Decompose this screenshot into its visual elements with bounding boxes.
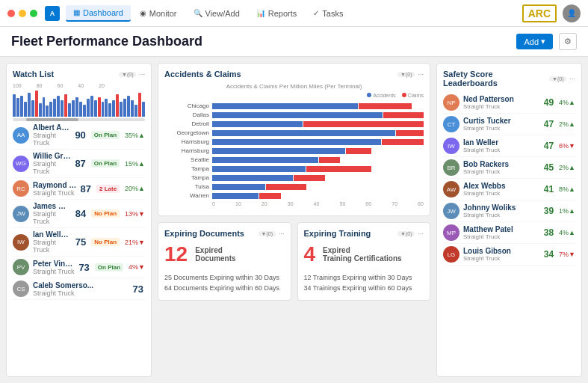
expiring-docs-title: Expiring Documents (164, 229, 244, 238)
safety-pct: 4%▲ (559, 99, 575, 106)
right-column: Safety Score Leaderboards ▼(0) ··· NP Ne… (436, 63, 582, 377)
page-title: Fleet Performance Dashboard (11, 34, 202, 49)
expiring-docs-filter[interactable]: ▼(0) (259, 231, 276, 236)
driver-badge: On Plan (91, 131, 120, 139)
safety-row[interactable]: BR Bob Rackers Straight Truck 45 2%▲ (443, 157, 575, 179)
expiring-training-actions: ▼(0) ··· (397, 230, 424, 237)
driver-info: James Wilkson Straight Truck (33, 202, 72, 225)
maximize-btn[interactable] (30, 10, 37, 17)
safety-driver-type: Straight Truck (463, 125, 540, 132)
safety-pct: 1%▲ (559, 207, 575, 215)
top-right: ARC 👤 (522, 4, 581, 22)
safety-driver-type: Straight Truck (463, 212, 540, 218)
accidents-more[interactable]: ··· (418, 70, 424, 78)
watchlist-header: Watch List ▼(0) ··· (13, 70, 145, 79)
safety-driver-name: Johnny Woliks (463, 203, 540, 212)
safety-avatar: IW (443, 138, 459, 154)
accidents-actions: ▼(0) ··· (397, 70, 424, 78)
safety-driver-name: Bob Rackers (463, 160, 540, 168)
driver-type: Straight Truck (33, 268, 75, 275)
expiring-training-details: 12 Trainings Expiring within 30 Days 34 … (304, 272, 424, 294)
expiring-training-more[interactable]: ··· (418, 230, 424, 237)
safety-row[interactable]: NP Ned Patterson Straight Truck 49 4%▲ (443, 92, 575, 114)
safety-row[interactable]: IW Ian Weller Straight Truck 47 6%▼ (443, 135, 575, 157)
x-axis: 01020304050607080 (212, 201, 424, 206)
driver-row[interactable]: WG Willie Griffin Straight Truck 87 On P… (13, 150, 145, 178)
driver-type: Straight Truck (33, 189, 76, 197)
safety-score: 38 (544, 227, 554, 238)
add-button[interactable]: Add ▾ (516, 34, 553, 49)
safety-actions: ▼(0) ··· (549, 75, 575, 82)
expired-training-count: 4 (304, 242, 316, 266)
close-btn[interactable] (7, 10, 15, 17)
driver-type: Straight Truck (33, 210, 72, 225)
watchlist-card: Watch List ▼(0) ··· 10080604020 (6, 63, 152, 377)
safety-score: 45 (544, 162, 554, 173)
tab-dashboard[interactable]: ▦ Dashboard (66, 5, 131, 22)
accidents-filter[interactable]: ▼(0) (397, 72, 415, 77)
driver-row[interactable]: AA Albert Anderson Straight Truck 90 On … (13, 121, 145, 150)
safety-avatar: AW (443, 181, 459, 197)
safety-driver-type: Straight Truck (463, 233, 540, 240)
driver-badge: 2 Late (96, 185, 120, 193)
driver-row[interactable]: PV Peter Vincent Straight Truck 73 On Pl… (13, 257, 145, 278)
settings-button[interactable]: ⚙ (559, 33, 577, 50)
tab-tasks-label: Tasks (322, 9, 343, 18)
tab-reports[interactable]: 📊 Reports (249, 5, 305, 22)
driver-name: Caleb Somerso... (33, 281, 129, 289)
user-avatar[interactable]: 👤 (563, 4, 581, 22)
safety-avatar: BR (443, 159, 459, 176)
driver-score: 84 (75, 208, 86, 219)
safety-more[interactable]: ··· (569, 75, 575, 82)
tab-viewadd[interactable]: 🔍 View/Add (186, 5, 247, 22)
driver-name: Albert Anderson (33, 123, 71, 132)
safety-row[interactable]: CT Curtis Tucker Straight Truck 47 2%▲ (443, 114, 575, 135)
expired-training-label: ExpiredTraining Certifications (323, 246, 402, 263)
window-controls (7, 10, 37, 17)
driver-pct: 35%▲ (125, 132, 145, 139)
safety-row[interactable]: AW Alex Webbs Straight Truck 41 8%▲ (443, 179, 575, 200)
driver-row[interactable]: RC Raymond Carlson Straight Truck 87 2 L… (13, 178, 145, 200)
driver-avatar: RC (13, 180, 29, 197)
page-header: Fleet Performance Dashboard Add ▾ ⚙ (0, 27, 588, 57)
safety-driver-type: Straight Truck (463, 103, 540, 110)
driver-name: James Wilkson (33, 202, 72, 210)
driver-row[interactable]: JW James Wilkson Straight Truck 84 No Pl… (13, 200, 145, 228)
driver-badge: No Plan (91, 238, 120, 246)
safety-driver-name: Louis Gibson (463, 247, 540, 255)
driver-name: Peter Vincent (33, 260, 75, 268)
driver-type: Straight Truck (33, 132, 71, 147)
watchlist-more[interactable]: ··· (139, 70, 145, 78)
driver-pct: 21%▼ (125, 239, 145, 246)
driver-score: 73 (78, 262, 89, 273)
dashboard-icon: ▦ (73, 8, 80, 16)
safety-avatar: NP (443, 94, 459, 111)
driver-row[interactable]: CS Caleb Somerso... Straight Truck 73 (13, 278, 145, 300)
expiring-training-card: Expiring Training ▼(0) ··· 4 ExpiredTrai… (297, 222, 431, 301)
safety-pct: 7%▼ (559, 251, 575, 258)
safety-header: Safety Score Leaderboards ▼(0) ··· (443, 70, 575, 88)
safety-driver-type: Straight Truck (463, 147, 540, 153)
accidents-chart: Chicago Dallas Detroit Georgetown Harris… (164, 99, 424, 209)
safety-row[interactable]: JW Johnny Woliks Straight Truck 39 1%▲ (443, 200, 575, 222)
expiring-training-title: Expiring Training (304, 229, 371, 238)
driver-score: 90 (75, 129, 85, 141)
tab-monitor[interactable]: ◉ Monitor (132, 5, 185, 22)
safety-score: 34 (544, 249, 554, 260)
driver-pct: 15%▲ (125, 160, 145, 168)
safety-pct: 6%▼ (559, 142, 575, 150)
driver-badge: On Plan (95, 263, 123, 272)
safety-pct: 2%▲ (559, 164, 575, 171)
expiring-docs-actions: ▼(0) ··· (259, 230, 285, 237)
expiring-training-filter[interactable]: ▼(0) (397, 231, 415, 236)
expiring-docs-more[interactable]: ··· (279, 230, 285, 237)
safety-row[interactable]: LG Louis Gibson Straight Truck 34 7%▼ (443, 244, 575, 266)
tab-tasks[interactable]: ✓ Tasks (306, 5, 350, 22)
minimize-btn[interactable] (19, 10, 26, 17)
safety-driver-name: Ned Patterson (463, 95, 540, 103)
safety-filter[interactable]: ▼(0) (549, 76, 566, 82)
monitor-icon: ◉ (140, 9, 146, 17)
driver-row[interactable]: IW Ian Wellers Straight Truck 75 No Plan… (13, 228, 145, 257)
safety-row[interactable]: MP Matthew Patel Straight Truck 38 4%▲ (443, 222, 575, 244)
watchlist-filter[interactable]: ▼(0) (119, 72, 136, 77)
